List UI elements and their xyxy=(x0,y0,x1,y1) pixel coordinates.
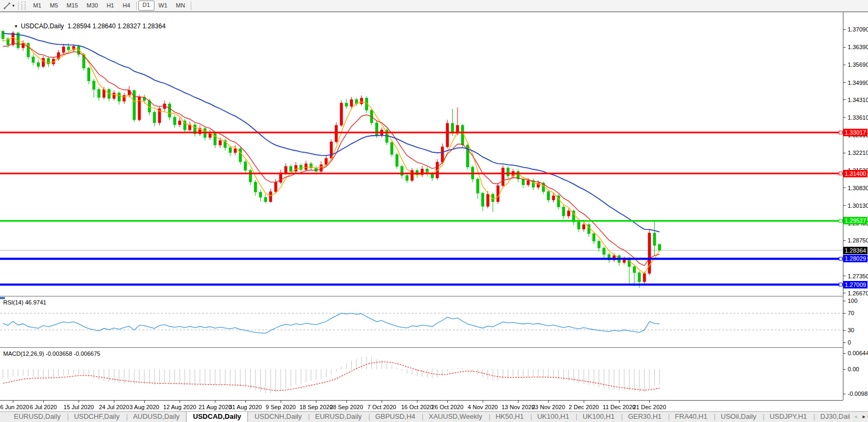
price-tick xyxy=(843,47,846,48)
rsi-pane-label: RSI(14) 46.9741 xyxy=(3,299,46,306)
price-tick xyxy=(843,65,846,65)
triangle-down-icon[interactable]: ▼ xyxy=(14,24,18,29)
date-tick-label: 28 Sep 2020 xyxy=(327,404,366,410)
date-tick xyxy=(518,401,518,403)
level-line-anchor xyxy=(839,131,842,134)
date-tick-label: 12 Aug 2020 xyxy=(160,404,199,410)
macd-indicator-pane[interactable] xyxy=(0,348,843,400)
price-tick xyxy=(843,29,846,30)
rsi-scale-tick xyxy=(843,313,846,314)
price-tick-label: 1.34990 xyxy=(848,80,868,86)
crosshair-cursor-icon-svg xyxy=(3,2,11,10)
rsi-line xyxy=(3,313,660,333)
chart-ohlc-readout: 1.28594 1.28640 1.28327 1.28364 xyxy=(67,22,166,30)
toolbar-separator xyxy=(18,2,19,10)
date-tick xyxy=(483,401,483,403)
chart-tab-USDJPY-H1[interactable]: USDJPY,H1 xyxy=(763,412,813,422)
chart-tab-EURUSD-Daily[interactable]: EURUSD,Daily xyxy=(7,412,67,422)
chart-tab-UK100-H1[interactable]: UK100,H1 xyxy=(531,412,576,422)
chart-tab-USOil-Daily[interactable]: USOil,Daily xyxy=(715,412,763,422)
level-price-badge: 1.28029 xyxy=(843,255,867,262)
chart-tab-USDCNH-Daily[interactable]: USDCNH,Daily xyxy=(248,412,308,422)
chart-tab-bar: EURUSD,Daily|USDCHF,Daily|AUDUSD,DailyUS… xyxy=(0,411,868,422)
date-tick xyxy=(382,401,382,403)
level-line-anchor xyxy=(839,283,842,286)
timeframe-button-D1[interactable]: D1 xyxy=(138,1,154,11)
price-tick-label: 1.34310 xyxy=(848,97,868,103)
price-tick-label: 1.30130 xyxy=(848,202,868,209)
date-tick xyxy=(245,401,246,403)
rsi-scale-label: 0 xyxy=(848,339,851,346)
level-price-badge: 1.31400 xyxy=(843,170,867,177)
price-tick xyxy=(843,187,846,188)
price-tick-label: 1.33610 xyxy=(848,114,868,121)
trading-platform-window: ▾ M1M5M15M30H1H4D1W1MN ▼USDCAD,Daily 1.2… xyxy=(0,0,868,422)
date-tick xyxy=(43,401,44,403)
main-price-pane[interactable] xyxy=(0,12,843,296)
price-tick-label: 1.30830 xyxy=(848,185,868,191)
chart-tab-GER30-H1[interactable]: GER30,H1 xyxy=(622,412,668,422)
crosshair-cursor-icon[interactable] xyxy=(2,2,12,10)
tab-scroll-right-icon[interactable]: ► xyxy=(862,412,866,422)
chart-tab-USDCHF-Daily[interactable]: USDCHF,Daily xyxy=(67,412,126,422)
tab-scroll-left-icon[interactable]: ◄ xyxy=(853,412,858,422)
chart-tab-HK50-H1[interactable]: HK50,H1 xyxy=(489,412,530,422)
date-axis[interactable]: 26 Jun 20206 Jul 202015 Jul 202024 Jul 2… xyxy=(0,400,843,412)
chart-tab-USDCAD-Daily[interactable]: USDCAD,Daily xyxy=(186,412,248,422)
price-tick xyxy=(843,240,846,241)
date-tick-label: 9 Sep 2020 xyxy=(261,404,300,410)
rsi-scale-label: 70 xyxy=(848,310,854,316)
macd-scale-label: 0.00 xyxy=(848,366,859,372)
price-tick xyxy=(843,293,846,293)
caret-down-icon[interactable]: ▾ xyxy=(12,3,14,8)
level-line-anchor xyxy=(839,172,842,175)
timeframe-button-H1[interactable]: H1 xyxy=(102,1,118,10)
date-tick xyxy=(316,401,316,403)
chart-symbol-label: USDCAD,Daily xyxy=(21,22,64,30)
date-tick-label: 26 Oct 2020 xyxy=(428,404,467,410)
date-tick xyxy=(215,401,215,403)
timeframe-button-M5[interactable]: M5 xyxy=(45,1,62,10)
date-tick-label: 2 Dec 2020 xyxy=(564,404,603,410)
date-tick xyxy=(144,401,145,403)
tab-scroll-arrows: ◄► xyxy=(850,412,866,422)
chart-tab-XAUUSD-Weekly[interactable]: XAUUSD,Weekly xyxy=(422,412,489,422)
timeframe-button-W1[interactable]: W1 xyxy=(154,1,172,10)
chart-tab-UK100-H1[interactable]: UK100,H1 xyxy=(576,412,621,422)
level-line-anchor xyxy=(839,257,842,260)
macd-scale-tick xyxy=(843,353,846,354)
chart-window: ▼USDCAD,Daily 1.28594 1.28640 1.28327 1.… xyxy=(0,12,868,411)
price-tick-label: 1.26670 xyxy=(848,290,868,296)
date-tick-label: 4 Nov 2020 xyxy=(463,404,502,410)
toolbar-grip-handle[interactable] xyxy=(21,2,26,10)
date-tick xyxy=(447,401,448,403)
chart-tab-AUDUSD-Daily[interactable]: AUDUSD,Daily xyxy=(127,412,186,422)
chart-tab-FRA40-H1[interactable]: FRA40,H1 xyxy=(669,412,714,422)
price-tick xyxy=(843,276,846,276)
date-tick xyxy=(417,401,417,403)
date-tick-label: 7 Oct 2020 xyxy=(362,404,401,410)
date-tick-label: 15 Jul 2020 xyxy=(59,404,98,410)
level-line-anchor xyxy=(839,219,842,222)
rsi-scale-label: 30 xyxy=(848,327,854,333)
rsi-indicator-pane[interactable] xyxy=(0,297,843,347)
timeframe-button-M1[interactable]: M1 xyxy=(29,1,45,10)
price-axis[interactable]: 1.370901.363901.356901.349901.343101.336… xyxy=(843,12,868,400)
toolbar-separator xyxy=(191,2,191,10)
price-tick-label: 1.35690 xyxy=(848,61,868,68)
rsi-scale-tick xyxy=(843,301,846,301)
date-tick xyxy=(180,401,180,403)
rsi-scale-label: 100 xyxy=(848,298,857,304)
timeframe-button-M30[interactable]: M30 xyxy=(82,1,102,10)
timeframe-button-M15[interactable]: M15 xyxy=(63,1,82,10)
price-tick xyxy=(843,117,846,118)
date-tick xyxy=(13,401,13,403)
chart-tab-EURUSD-Daily[interactable]: EURUSD,Daily xyxy=(308,412,368,422)
date-tick xyxy=(619,401,619,403)
date-tick xyxy=(346,401,347,403)
macd-pane-label: MACD(12,26,9) -0.003658 -0.006675 xyxy=(3,350,100,357)
timeframe-button-H4[interactable]: H4 xyxy=(118,1,134,10)
chart-tab-GBPUSD-H4[interactable]: GBPUSD,H4 xyxy=(369,412,422,422)
date-tick xyxy=(584,401,584,403)
timeframe-button-MN[interactable]: MN xyxy=(172,1,189,10)
